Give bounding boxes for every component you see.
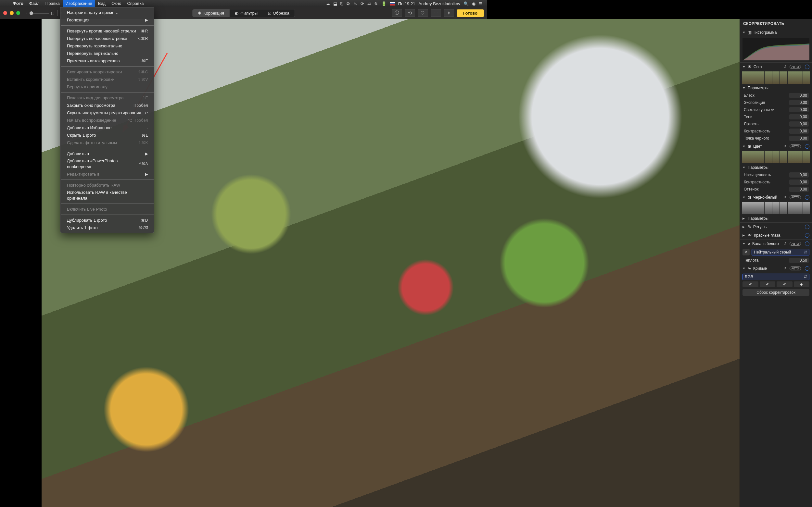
menubar-status: ☁︎ ⬓ ⎘ ⚙︎ ♨︎ ⟳ ⇄ ⚞ 🔋 Пн 19:21 Andrey Bez…: [326, 1, 484, 6]
menu-item-label: Перевернуть вертикально: [67, 51, 118, 56]
cloud-icon[interactable]: ☁︎: [326, 1, 330, 6]
window-close[interactable]: [3, 11, 7, 15]
tab-adjust-label: Коррекция: [203, 11, 224, 15]
input-flag-ru[interactable]: [390, 2, 395, 5]
menu-file[interactable]: Файл: [26, 0, 43, 7]
menu-help[interactable]: Справка: [124, 0, 147, 7]
adjust-icon: ✺: [198, 11, 201, 15]
info-button[interactable]: ⓘ: [392, 9, 402, 17]
menu-item-label: Использовать RAW в качестве оригинала: [67, 189, 148, 201]
zoom-in-icon: ◻: [51, 11, 55, 15]
menu-shortcut: ⌥ Пробел: [128, 117, 148, 123]
menu-item[interactable]: Геопозиция▶: [60, 16, 154, 24]
menu-view[interactable]: Вид: [95, 0, 109, 7]
menu-item[interactable]: Повернуть против часовой стрелки⌘R: [60, 27, 154, 35]
window-fullscreen[interactable]: [16, 11, 20, 15]
extensions-button[interactable]: ⋯: [431, 9, 441, 17]
menu-item[interactable]: Настроить дату и время…: [60, 9, 154, 16]
done-button[interactable]: Готово: [457, 9, 484, 17]
menu-item: Повторно обработать RAW: [60, 181, 154, 189]
menu-item[interactable]: Применить автокоррекцию⌘E: [60, 57, 154, 65]
menu-shortcut: Пробел: [134, 103, 148, 108]
tab-crop[interactable]: ⟀Обрезка: [263, 9, 295, 17]
menu-window[interactable]: Окно: [108, 0, 124, 7]
menu-image[interactable]: Изображение: [63, 0, 95, 7]
menu-item-label: Показать вид для просмотра: [67, 95, 123, 101]
clipboard-icon[interactable]: ⎘: [340, 1, 343, 6]
menubar-user[interactable]: Andrey Bezukladnikov: [418, 1, 460, 6]
rotate-button[interactable]: ⟲: [405, 9, 415, 17]
battery-icon[interactable]: 🔋: [381, 1, 387, 6]
tab-filters[interactable]: ◐Фильтры: [230, 9, 263, 17]
menu-shortcut: ⌃E: [142, 95, 148, 101]
menu-item[interactable]: Удалить 1 фото⌘⌫: [60, 224, 154, 231]
menu-item-label: Повторно обработать RAW: [67, 182, 120, 188]
submenu-arrow-icon: ▶: [145, 171, 148, 177]
menu-item[interactable]: Добавить в▶: [60, 150, 154, 157]
menu-item: Сделать фото титульным⇧⌘K: [60, 139, 154, 147]
menu-item[interactable]: Скрыть 1 фото⌘L: [60, 131, 154, 139]
spotlight-icon[interactable]: 🔍: [463, 1, 469, 6]
menu-item-label: Перевернуть горизонтально: [67, 43, 122, 49]
menu-item-label: Вернуть к оригиналу: [67, 84, 107, 90]
wifi-icon[interactable]: ⚞: [374, 1, 378, 6]
menu-item[interactable]: Закрыть окно просмотраПробел: [60, 102, 154, 109]
enhance-button[interactable]: ✧: [444, 9, 454, 17]
siri-icon[interactable]: ◉: [472, 1, 475, 6]
menu-shortcut: ↩: [145, 110, 148, 116]
menu-item: Вернуть к оригиналу: [60, 83, 154, 91]
menu-shortcut: ⌘E: [141, 58, 148, 64]
macos-menubar: Фото Файл Правка Изображение Вид Окно Сп…: [0, 0, 487, 7]
submenu-arrow-icon: ▶: [145, 151, 148, 157]
menu-item-label: Удалить 1 фото: [67, 225, 98, 231]
arrows-icon[interactable]: ⇄: [367, 1, 371, 6]
menu-shortcut: ⌘D: [141, 218, 148, 223]
menu-shortcut: ⌥⌘R: [137, 36, 148, 42]
menu-shortcut: ⇧⌘K: [138, 140, 148, 146]
tab-adjust[interactable]: ✺Коррекция: [193, 9, 230, 17]
flame-icon[interactable]: ♨︎: [353, 1, 357, 6]
menu-item[interactable]: Скрыть инструменты редактирования↩: [60, 109, 154, 117]
favorite-button[interactable]: ♡: [418, 9, 428, 17]
dropbox-icon[interactable]: ⬓: [333, 1, 337, 6]
menu-item[interactable]: Добавить в Избранное.: [60, 124, 154, 131]
menu-item-label: Добавить в Избранное: [67, 125, 111, 131]
menu-shortcut: ⌘R: [141, 28, 148, 34]
submenu-arrow-icon: ▶: [145, 17, 148, 23]
menu-shortcut: ⌘L: [142, 132, 148, 138]
tab-crop-label: Обрезка: [273, 11, 289, 15]
menu-item-label: Начать воспроизведение: [67, 117, 116, 123]
menubar-clock[interactable]: Пн 19:21: [398, 1, 415, 6]
menu-item-label: Закрыть окно просмотра: [67, 103, 115, 108]
menu-item[interactable]: Использовать RAW в качестве оригинала: [60, 189, 154, 202]
menu-item: Вставить корректировки⇧⌘V: [60, 76, 154, 83]
menu-item-label: Применить автокоррекцию: [67, 58, 120, 64]
image-menu-dropdown: Настроить дату и время…Геопозиция▶Поверн…: [60, 7, 154, 233]
sync-icon[interactable]: ⟳: [360, 1, 364, 6]
menu-shortcut: ⌘⌫: [138, 225, 148, 231]
menu-item-label: Повернуть по часовой стрелке: [67, 36, 127, 42]
menu-item: Включить Live Photo: [60, 206, 154, 213]
menu-item[interactable]: Дублировать 1 фото⌘D: [60, 217, 154, 224]
app-name[interactable]: Фото: [10, 0, 26, 7]
filters-icon: ◐: [235, 11, 239, 15]
menu-shortcut: ⇧⌘C: [138, 69, 148, 75]
backblaze-icon[interactable]: ⚙︎: [346, 1, 350, 6]
menu-item-label: Геопозиция: [67, 17, 90, 23]
window-minimize[interactable]: [10, 11, 14, 15]
window-controls: [3, 11, 20, 15]
menu-item[interactable]: Перевернуть горизонтально: [60, 42, 154, 50]
menu-item-label: Скрыть инструменты редактирования: [67, 110, 141, 116]
notification-center-icon[interactable]: ☰: [479, 1, 483, 6]
crop-icon: ⟀: [268, 11, 271, 15]
menu-shortcut: ⇧⌘V: [138, 76, 148, 82]
menu-item-label: Добавить в: [67, 151, 89, 157]
zoom-slider[interactable]: ▫ ◻: [26, 11, 55, 15]
menu-item[interactable]: Перевернуть вертикально: [60, 50, 154, 57]
menu-item-label: Повернуть против часовой стрелки: [67, 28, 136, 34]
menu-edit[interactable]: Правка: [43, 0, 63, 7]
menu-item[interactable]: Добавить в «PowerPhotos nonkeepers»^⌘A: [60, 157, 154, 170]
menu-item[interactable]: Повернуть по часовой стрелке⌥⌘R: [60, 35, 154, 42]
menu-item-label: Скрыть 1 фото: [67, 132, 96, 138]
tab-filters-label: Фильтры: [240, 11, 258, 15]
